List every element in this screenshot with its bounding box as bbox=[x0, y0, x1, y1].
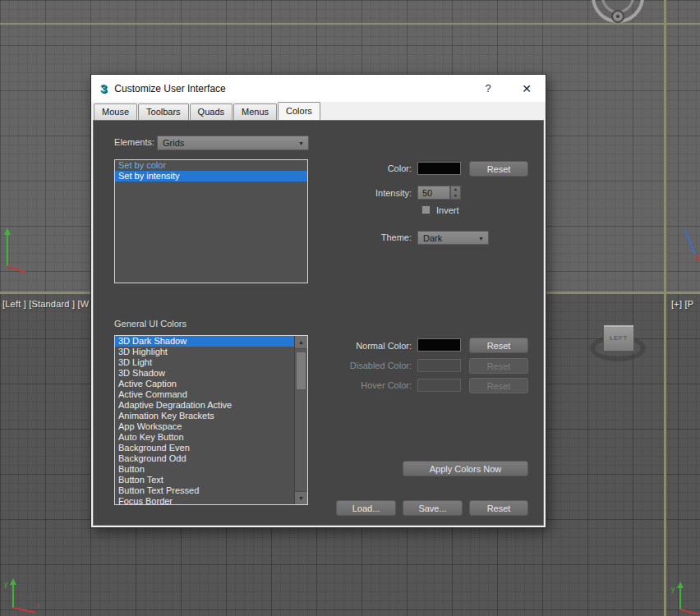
tabstrip: MouseToolbarsQuadsMenusColors bbox=[94, 102, 321, 120]
list-item[interactable]: Active Caption bbox=[115, 379, 294, 389]
normal-color-swatch[interactable] bbox=[417, 338, 461, 352]
reset-normal-color-button[interactable]: Reset bbox=[469, 338, 528, 353]
hover-color-swatch bbox=[417, 379, 461, 392]
list-item[interactable]: Auto Key Button bbox=[115, 432, 294, 443]
axis-tripod-icon: y bbox=[669, 580, 700, 616]
elements-dropdown[interactable]: Grids ▼ bbox=[157, 136, 309, 150]
list-item[interactable]: Button Text bbox=[115, 475, 294, 485]
help-button[interactable]: ? bbox=[476, 75, 500, 102]
save-button[interactable]: Save... bbox=[403, 500, 463, 516]
list-item[interactable]: Animation Key Brackets bbox=[115, 411, 294, 421]
list-item[interactable]: Button Text Pressed bbox=[115, 485, 294, 496]
desktop: LEFT y x y [Left ] [Standard ] [W [+] [P… bbox=[0, 0, 700, 616]
axis-tripod-icon bbox=[0, 225, 33, 278]
apply-colors-now-button[interactable]: Apply Colors Now bbox=[403, 461, 528, 476]
steering-wheel-knob-icon[interactable] bbox=[611, 10, 624, 23]
elements-dropdown-value: Grids bbox=[163, 138, 184, 148]
svg-text:x: x bbox=[36, 601, 40, 609]
svg-text:y: y bbox=[4, 580, 8, 588]
list-item[interactable]: Set by intensity bbox=[115, 171, 307, 182]
reset-hover-color-button: Reset bbox=[469, 378, 528, 393]
spinner-down-icon[interactable]: ▼ bbox=[451, 193, 460, 200]
list-item[interactable]: App Workspace bbox=[115, 421, 294, 432]
reset-color-button[interactable]: Reset bbox=[469, 161, 528, 177]
list-item[interactable]: Background Odd bbox=[115, 453, 294, 464]
axis-tripod-icon bbox=[682, 222, 700, 271]
list-item[interactable]: Adaptive Degradation Active bbox=[115, 400, 294, 411]
list-item[interactable]: Set by color bbox=[115, 160, 307, 171]
chevron-down-icon: ▼ bbox=[298, 140, 304, 146]
theme-dropdown-value: Dark bbox=[423, 233, 442, 243]
hover-color-label: Hover Color: bbox=[321, 380, 412, 391]
scene-box-object[interactable]: LEFT bbox=[603, 324, 634, 352]
ui-colors-listbox: 3D Dark Shadow3D Highlight3D Light3D Sha… bbox=[114, 335, 308, 505]
spinner-up-icon[interactable]: ▲ bbox=[451, 186, 460, 193]
dialog-titlebar[interactable]: 3 Customize User Interface ? ✕ bbox=[91, 75, 546, 102]
invert-checkbox[interactable] bbox=[421, 205, 431, 214]
disabled-color-swatch bbox=[417, 359, 461, 372]
element-settings-list[interactable]: Set by colorSet by intensity bbox=[114, 159, 308, 283]
scrollbar[interactable]: ▲ ▼ bbox=[294, 336, 307, 504]
list-item[interactable]: Background Even bbox=[115, 443, 294, 453]
axis-tripod-icon: y x bbox=[3, 577, 43, 614]
chevron-down-icon: ▼ bbox=[478, 235, 484, 241]
color-label: Color: bbox=[321, 163, 412, 174]
normal-color-label: Normal Color: bbox=[321, 341, 412, 352]
reset-all-button[interactable]: Reset bbox=[469, 500, 528, 516]
tab[interactable]: Mouse bbox=[94, 103, 137, 120]
intensity-input[interactable]: 50 bbox=[417, 186, 450, 200]
viewport-divider-top[interactable] bbox=[0, 23, 700, 25]
color-swatch[interactable] bbox=[417, 162, 461, 175]
invert-label: Invert bbox=[436, 205, 459, 216]
general-ui-colors-heading: General UI Colors bbox=[114, 319, 187, 329]
viewport-label-left[interactable]: [Left ] [Standard ] [W bbox=[2, 299, 89, 309]
viewport-divider-vertical[interactable] bbox=[664, 0, 666, 616]
ui-colors-list[interactable]: 3D Dark Shadow3D Highlight3D Light3D Sha… bbox=[115, 336, 294, 504]
list-item[interactable]: 3D Dark Shadow bbox=[115, 336, 294, 347]
customize-ui-dialog: 3 Customize User Interface ? ✕ MouseTool… bbox=[90, 74, 546, 528]
scrollbar-up-icon[interactable]: ▲ bbox=[295, 336, 307, 349]
list-item[interactable]: Focus Border bbox=[115, 496, 294, 504]
list-item[interactable]: 3D Highlight bbox=[115, 347, 294, 357]
theme-label: Theme: bbox=[321, 232, 412, 243]
colors-tab-panel: Elements: Grids ▼ Set by colorSet by int… bbox=[93, 120, 544, 526]
list-item[interactable]: 3D Light bbox=[115, 357, 294, 368]
dialog-title: Customize User Interface bbox=[114, 83, 225, 94]
load-button[interactable]: Load... bbox=[336, 500, 396, 516]
tab[interactable]: Colors bbox=[278, 102, 320, 120]
list-item[interactable]: 3D Shadow bbox=[115, 368, 294, 379]
tab[interactable]: Menus bbox=[233, 103, 277, 120]
reset-disabled-color-button: Reset bbox=[469, 358, 528, 374]
theme-dropdown[interactable]: Dark ▼ bbox=[417, 231, 489, 245]
viewport-label-perspective[interactable]: [+] [P bbox=[671, 299, 693, 309]
intensity-label: Intensity: bbox=[321, 188, 412, 199]
list-item[interactable]: Button bbox=[115, 464, 294, 475]
tab[interactable]: Quads bbox=[190, 103, 233, 120]
intensity-spinner: ▲ ▼ bbox=[450, 186, 461, 200]
elements-label: Elements: bbox=[94, 137, 154, 148]
list-item[interactable]: Active Command bbox=[115, 389, 294, 400]
scrollbar-thumb[interactable] bbox=[296, 352, 306, 390]
scrollbar-down-icon[interactable]: ▼ bbox=[295, 491, 307, 504]
disabled-color-label: Disabled Color: bbox=[321, 361, 412, 371]
3dsmax-logo-icon: 3 bbox=[100, 82, 107, 94]
tab[interactable]: Toolbars bbox=[138, 103, 189, 120]
close-icon[interactable]: ✕ bbox=[514, 75, 539, 102]
svg-text:y: y bbox=[671, 585, 675, 593]
